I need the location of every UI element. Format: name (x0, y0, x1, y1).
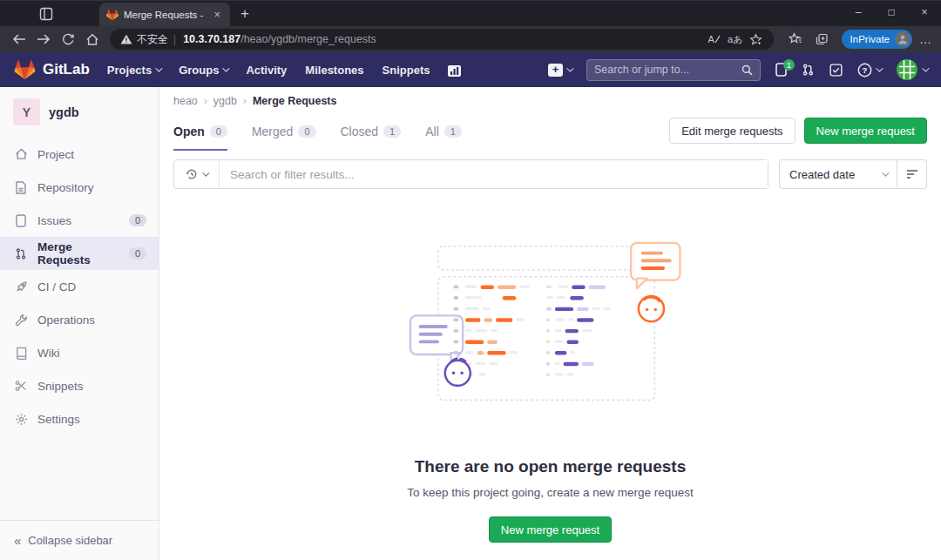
gitlab-logo-icon[interactable] (14, 59, 36, 80)
tab-title: Merge Requests - heao / ygdb (124, 10, 206, 20)
url-separator: | (173, 33, 176, 45)
sidebar-project-header[interactable]: Y ygdb (0, 87, 159, 138)
favorites-icon[interactable] (784, 29, 807, 50)
empty-state: There are no open merge requests To keep… (173, 189, 927, 543)
sidebar-item-snippets[interactable]: Snippets (0, 369, 159, 402)
rocket-icon (14, 280, 28, 293)
user-avatar[interactable] (896, 58, 927, 81)
home-button[interactable] (80, 29, 105, 50)
merge-requests-nav-icon[interactable] (802, 63, 815, 77)
chevron-down-icon (876, 64, 883, 71)
gitlab-nav-right: + 1 ? (548, 58, 927, 81)
project-name: ygdb (49, 105, 79, 119)
tab-all[interactable]: All1 (425, 111, 462, 151)
security-label[interactable]: 不安全 (137, 32, 168, 47)
issues-nav-icon[interactable]: 1 (775, 63, 787, 77)
browser-menu-icon[interactable]: … (919, 32, 932, 46)
url-text[interactable]: 10.3.70.187/heao/ygdb/merge_requests (183, 33, 703, 45)
nav-snippets[interactable]: Snippets (382, 64, 430, 77)
sidebar-item-operations[interactable]: Operations (0, 303, 159, 336)
wrench-icon (14, 314, 28, 327)
help-menu[interactable]: ? (857, 63, 881, 78)
nav-activity[interactable]: Activity (246, 64, 287, 77)
document-icon (14, 181, 28, 194)
new-menu-button[interactable]: + (548, 64, 572, 77)
collections-icon[interactable] (810, 29, 833, 50)
main-content: heao › ygdb › Merge Requests Open0 Merge… (159, 87, 941, 560)
window-close-button[interactable]: × (908, 1, 941, 25)
back-button[interactable] (7, 29, 31, 50)
url-path: /heao/ygdb/merge_requests (240, 33, 376, 45)
search-icon (741, 64, 753, 76)
tab-all-count: 1 (444, 125, 462, 138)
recent-searches-dropdown[interactable] (174, 160, 220, 188)
browser-tab-strip: Merge Requests - heao / ygdb × + – □ × (0, 0, 941, 26)
issues-count-badge: 1 (783, 59, 795, 71)
maximize-button[interactable]: □ (875, 1, 908, 25)
tab-merged-count: 0 (298, 125, 315, 138)
add-favorite-icon[interactable] (746, 30, 767, 49)
tab-merged[interactable]: Merged0 (252, 111, 316, 151)
tab-closed-count: 1 (383, 125, 401, 138)
gitlab-brand[interactable]: GitLab (43, 61, 90, 78)
history-icon (186, 168, 198, 180)
window-controls: – □ × (842, 1, 941, 25)
inprivate-badge[interactable]: InPrivate (842, 30, 912, 49)
tab-closed[interactable]: Closed1 (341, 111, 402, 151)
chevron-down-icon (202, 169, 209, 176)
sidebar-item-issues[interactable]: Issues 0 (0, 204, 159, 237)
empty-state-subtitle: To keep this project going, create a new… (173, 486, 927, 499)
collapse-chevrons-icon: « (14, 533, 21, 548)
issues-count: 0 (129, 214, 146, 226)
sidebar-item-cicd[interactable]: CI / CD (0, 270, 159, 303)
global-search[interactable] (586, 59, 761, 81)
address-bar[interactable]: 不安全 | 10.3.70.187/heao/ygdb/merge_reques… (110, 29, 774, 50)
scissors-icon (14, 380, 28, 392)
minimize-button[interactable]: – (842, 1, 875, 25)
tab-open[interactable]: Open0 (173, 111, 227, 151)
chevron-down-icon (223, 64, 230, 71)
sidebar-item-merge-requests[interactable]: Merge Requests 0 (0, 237, 159, 270)
chart-icon[interactable] (448, 64, 463, 77)
sidebar-item-wiki[interactable]: Wiki (0, 336, 159, 369)
empty-new-merge-request-button[interactable]: New merge request (489, 516, 612, 543)
tab-open-count: 0 (210, 125, 227, 138)
sort-direction-button[interactable] (897, 159, 927, 189)
breadcrumb: heao › ygdb › Merge Requests (173, 87, 927, 107)
read-aloud-icon[interactable]: A (704, 30, 725, 49)
nav-milestones[interactable]: Milestones (305, 64, 363, 77)
nav-projects[interactable]: Projects (107, 64, 160, 77)
merge-request-icon (14, 247, 28, 260)
url-host: 10.3.70.187 (183, 33, 240, 45)
security-warning-icon[interactable] (120, 34, 132, 44)
todos-nav-icon[interactable] (829, 64, 843, 77)
sidebar-item-settings[interactable]: Settings (0, 402, 159, 435)
browser-tab[interactable]: Merge Requests - heao / ygdb × (99, 3, 230, 26)
refresh-button[interactable] (56, 29, 80, 50)
merge-requests-count: 0 (129, 247, 146, 260)
translate-icon[interactable]: aあ (725, 30, 746, 49)
chevron-down-icon (566, 64, 573, 71)
sort-controls: Created date (779, 159, 927, 189)
profile-avatar (895, 31, 911, 47)
tab-close-icon[interactable]: × (211, 8, 223, 21)
breadcrumb-project[interactable]: ygdb (213, 95, 237, 107)
new-tab-button[interactable]: + (240, 5, 249, 23)
sidebar-item-repository[interactable]: Repository (0, 171, 159, 204)
breadcrumb-group[interactable]: heao (173, 95, 198, 107)
home-icon (14, 148, 28, 160)
sort-by-dropdown[interactable]: Created date (779, 159, 897, 189)
workspaces-icon[interactable] (38, 6, 54, 22)
chevron-down-icon (155, 64, 162, 71)
forward-button[interactable] (31, 29, 56, 50)
global-search-input[interactable] (594, 64, 741, 76)
new-merge-request-button[interactable]: New merge request (804, 118, 927, 144)
nav-groups[interactable]: Groups (179, 64, 227, 77)
project-sidebar: Y ygdb Project Repository Issues 0 Merge… (0, 87, 159, 560)
issues-icon (14, 214, 28, 227)
empty-state-illustration (406, 241, 695, 410)
sidebar-item-project[interactable]: Project (0, 138, 159, 171)
edit-merge-requests-button[interactable]: Edit merge requests (669, 118, 795, 144)
filter-search-input[interactable] (220, 160, 768, 188)
collapse-sidebar-button[interactable]: « Collapse sidebar (0, 520, 159, 560)
